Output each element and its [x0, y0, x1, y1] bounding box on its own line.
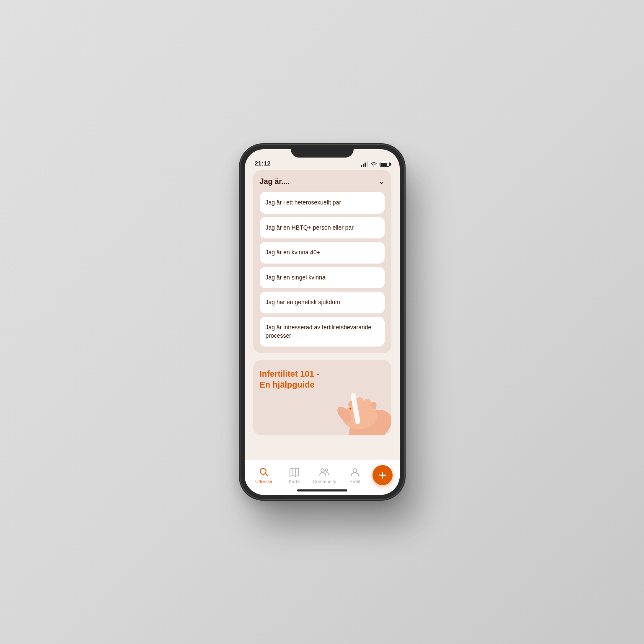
phone-shell: 21:12: [241, 145, 404, 499]
jag-ar-section: Jag är.... ⌄ Jag är i ett heterosexuellt…: [253, 170, 391, 353]
nav-label-karta: Karta: [289, 479, 300, 484]
nav-items: Utforska Karta: [249, 465, 396, 485]
section-header: Jag är.... ⌄: [260, 177, 385, 186]
svg-line-11: [265, 473, 268, 476]
svg-point-14: [321, 469, 324, 472]
nav-item-karta[interactable]: Karta: [282, 467, 307, 484]
nav-label-utforska: Utforska: [255, 479, 272, 484]
screen: 21:12: [245, 149, 400, 495]
community-icon: [319, 467, 330, 478]
profile-icon: [349, 467, 360, 478]
svg-point-15: [325, 469, 328, 471]
status-icons: [361, 162, 390, 167]
option-singel[interactable]: Jag är en singel kvinna: [260, 267, 385, 289]
scene: 21:12: [0, 0, 644, 644]
nav-item-profil[interactable]: Profil: [342, 467, 367, 484]
scroll-content[interactable]: Jag är.... ⌄ Jag är i ett heterosexuellt…: [245, 170, 400, 460]
home-indicator: [297, 489, 347, 491]
option-hbtq[interactable]: Jag är en HBTQ+ person eller par: [260, 217, 385, 239]
nav-item-utforska[interactable]: Utforska: [251, 467, 277, 484]
search-icon: [259, 467, 269, 478]
info-card-title: Infertilitet 101 - En hjälpguide: [260, 368, 385, 390]
info-card[interactable]: Infertilitet 101 - En hjälpguide: [253, 360, 391, 435]
option-genetisk[interactable]: Jag har en genetisk sjukdom: [260, 292, 385, 313]
section-title: Jag är....: [260, 177, 290, 186]
chevron-down-icon[interactable]: ⌄: [378, 177, 385, 186]
bottom-nav: Utforska Karta: [245, 460, 400, 495]
map-icon: [289, 467, 300, 478]
option-kvinna-40[interactable]: Jag är en kvinna 40+: [260, 242, 385, 264]
nav-item-community[interactable]: Community: [312, 467, 337, 484]
svg-point-16: [353, 468, 357, 472]
fab-add-button[interactable]: [372, 465, 393, 485]
wifi-icon: [370, 162, 377, 167]
option-fertilitets[interactable]: Jag är intresserad av fertilitetsbevaran…: [260, 317, 385, 347]
battery-icon: [380, 162, 390, 167]
signal-icon: [361, 162, 368, 167]
nav-label-community: Community: [313, 479, 336, 484]
option-heterosexuellt[interactable]: Jag är i ett heterosexuellt par: [260, 192, 385, 214]
notch: [291, 145, 354, 158]
status-time: 21:12: [255, 160, 271, 167]
plus-icon: [378, 470, 388, 480]
nav-label-profil: Profil: [349, 479, 360, 484]
